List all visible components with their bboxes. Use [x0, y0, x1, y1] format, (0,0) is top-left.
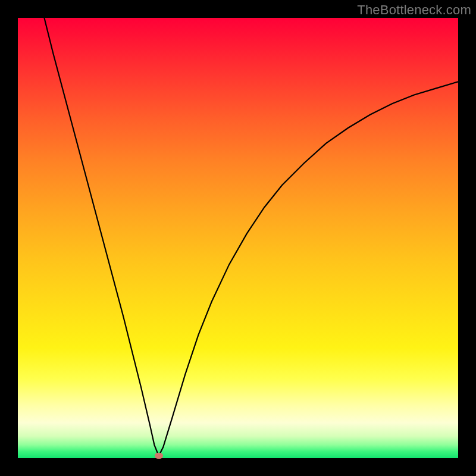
- plot-area: [18, 18, 458, 458]
- watermark-text: TheBottleneck.com: [357, 2, 471, 18]
- bottleneck-curve: [44, 18, 458, 456]
- curve-layer: [18, 18, 458, 458]
- chart-frame: TheBottleneck.com: [0, 0, 476, 476]
- minimum-marker: [155, 453, 163, 459]
